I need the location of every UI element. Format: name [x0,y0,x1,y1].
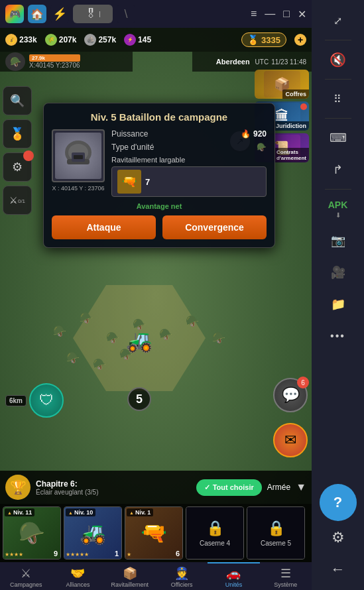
combat-icon: ⚔ [9,195,18,206]
unit-card-5-locked[interactable]: 🔒 Caserne 5 [247,506,305,560]
nav-systeme[interactable]: ☰ Système [260,562,312,590]
close-icon[interactable]: ✕ [298,8,306,21]
bs-divider-2 [325,79,351,80]
helmet-icon [62,138,95,174]
food-icon: 🌾 [45,34,57,46]
combat-button[interactable]: ⚔ 0/1 [3,186,32,215]
unit-card-1[interactable]: 🪖 Niv. 11 ★★★★ 9 [3,506,61,560]
select-all-button[interactable]: ✓ Tout choisir [196,479,262,496]
player-avatar[interactable]: 🪖 [5,52,25,71]
unit-card-1-count: 9 [54,550,58,558]
nav-alliances[interactable]: 🤝 Alliances [52,562,103,590]
maximize-icon[interactable]: □ [283,8,290,20]
rank-button[interactable]: 🏅 [3,119,32,148]
bs-dots-grid-button[interactable]: ⠿ [320,84,357,114]
bs-folder-button[interactable]: 📁 [320,289,357,320]
folder-icon: 📁 [331,297,345,312]
popup-action-buttons: Attaque Convergence [52,215,267,239]
bs-lightning-icon[interactable]: ⚡ [50,5,69,23]
location-time: 11/23 11:48 [271,58,306,66]
bs-screenshot-button[interactable]: 📷 [320,225,357,256]
unit-card-1-stars: ★★★★ [5,552,23,558]
food-resource[interactable]: 🌾 207k [45,34,77,46]
popup-stats: Puissance 🔥 920 Type d'unité 🪖 Ravitaill… [111,129,267,197]
bs-expand-button[interactable]: ⤢ [320,5,357,36]
nav-ravitaillement[interactable]: 📦 Ravitaillement [104,562,156,590]
mail-button[interactable]: ✉ [273,423,308,457]
puissance-value: 🔥 920 [241,129,267,139]
bs-pointer-button[interactable]: ↱ [320,154,357,185]
chapter-bar: 🏆 Chapitre 6: Éclair aveuglant (3/5) ✓ T… [0,471,312,504]
bs-separator: \ [117,5,135,23]
minimize-icon[interactable]: — [265,8,275,20]
ravit-box: 🔫 7 [111,166,267,197]
search-button[interactable]: 🔍 [3,86,32,115]
bs-layers-icon[interactable]: 🎮 [5,5,24,23]
ravitaillement-icon: 📦 [123,566,137,581]
search-icon: 🔍 [10,93,25,108]
coffres-button[interactable]: 📦 Coffres [255,70,309,99]
menu-icon[interactable]: ≡ [251,8,257,20]
soldier-2: 🪖 [80,312,93,324]
campagnes-icon: ⚔ [21,566,31,581]
gold-resource[interactable]: 💰 233k [5,34,37,46]
bs-help-button[interactable]: ? [320,484,357,521]
unit-card-3[interactable]: 🔫 Niv. 1 ★ 6 [125,506,183,560]
mail-icon: ✉ [284,432,296,449]
converge-button[interactable]: Convergence [162,215,267,239]
unit-coords: X : 40145 Y : 23706 [52,185,105,192]
unit-card-2[interactable]: 🚜 Niv. 10 ★★★★★ 1 [64,506,122,560]
unit-card-2-count: 1 [115,550,119,558]
defense-button[interactable]: 🛡 [29,383,64,418]
distance-label: 6km [5,395,27,406]
bs-home-icon[interactable]: 🏠 [28,5,46,23]
ravit-label: Ravitaillement largable [111,156,267,164]
soldier-9: 🪖 [93,358,106,371]
unit-card-4-locked[interactable]: 🔒 Caserne 4 [186,506,244,560]
power-resource[interactable]: ⚡ 145 [124,34,151,46]
ravit-count: 7 [145,177,150,187]
ravit-icon: 🔫 [117,170,141,194]
settings-button[interactable]: ⚙ [3,152,32,182]
rank-icon: 🏅 [10,127,25,141]
back-arrow-icon: ← [331,561,345,578]
add-currency-button[interactable]: + [294,34,306,46]
bs-game-tab[interactable]: 🎖 | [73,5,113,23]
stone-resource[interactable]: 🪨 257k [84,34,116,46]
bs-divider-4 [325,189,351,190]
chat-button[interactable]: 💬 6 [273,378,308,412]
attack-button[interactable]: Attaque [52,215,156,239]
armee-button[interactable]: Armée [267,483,290,492]
bluestacks-top-bar: 🎮 🏠 ⚡ 🎖 | \ ≡ — □ ✕ [0,0,312,28]
bs-more-button[interactable]: ••• [320,321,357,351]
dropdown-arrow-icon[interactable]: ▼ [296,481,306,493]
unit-card-3-stars: ★ [127,552,131,558]
nav-unites[interactable]: 🚗 Unités [208,562,259,590]
unit-card-3-level: Niv. 1 [127,508,153,516]
time-location-bar: Aberdeen UTC 11/23 11:48 [192,52,312,72]
bottom-right-area: 💬 6 [273,378,308,418]
mail-button-area: ✉ [273,423,308,457]
nav-officiers[interactable]: 👮 Officiers [156,562,208,590]
nav-campagnes[interactable]: ⚔ Campagnes [0,562,52,590]
bs-apk-button[interactable]: APK ⬇ [320,194,357,224]
unit-card-3-count: 6 [176,550,180,558]
bottom-navigation: ⚔ Campagnes 🤝 Alliances 📦 Ravitaillement… [0,562,312,590]
bs-back-button[interactable]: ← [320,554,357,585]
bs-record-button[interactable]: 🎥 [320,257,357,288]
bs-keyboard-button[interactable]: ⌨ [320,123,357,153]
stone-icon: 🪨 [84,34,96,46]
bs-volume-button[interactable]: 🔇 [320,44,357,75]
advantage-text: Avantage net [52,202,267,210]
unit-card-1-level: Niv. 11 [5,508,34,516]
bs-settings-button[interactable]: ⚙ [320,522,357,553]
gear-icon: ⚙ [332,529,345,546]
special-currency[interactable]: 🏅 3335 [241,32,286,47]
soldier-7: 🪖 [212,331,225,344]
player-power-badge: 27.9k [29,54,80,62]
window-controls: ≡ — □ ✕ [251,8,306,21]
question-icon: ? [334,494,342,511]
type-row: Type d'unité 🪖 [111,143,267,152]
lock-icon-4: 🔒 [206,520,224,537]
settings-icon: ⚙ [12,160,23,174]
